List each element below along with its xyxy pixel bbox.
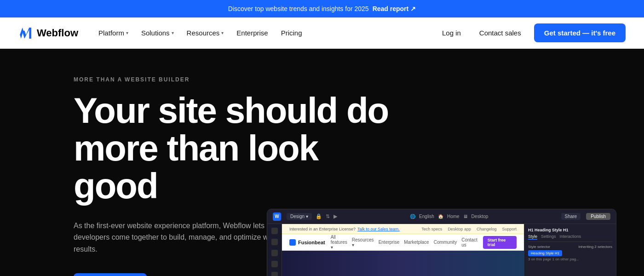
get-started-button[interactable]: Get started — it's free bbox=[534, 23, 626, 42]
play-icon: ▶ bbox=[334, 213, 337, 219]
chevron-down-icon: ▾ bbox=[126, 30, 128, 35]
inner-main: Interested in an Enterprise License? Tal… bbox=[282, 224, 524, 276]
inner-nav-community: Community bbox=[434, 240, 457, 245]
nav-item-pricing[interactable]: Pricing bbox=[276, 25, 308, 40]
sidebar-dot-3 bbox=[271, 250, 278, 256]
arrows-icon: ⇅ bbox=[326, 213, 330, 219]
hero-eyebrow: MORE THAN A WEBSITE BUILDER bbox=[74, 76, 570, 83]
inner-nav-marketplace: Marketplace bbox=[404, 240, 429, 245]
app-preview: W Design ▾ 🔒 ⇅ ▶ 🌐 English 🏠 Home 🖥 Desk… bbox=[267, 209, 616, 276]
inner-nav: Fusionbeat All features ▾ Resources ▾ En… bbox=[282, 234, 524, 251]
nav-item-resources[interactable]: Resources ▾ bbox=[181, 25, 230, 40]
navbar: Webflow Platform ▾ Solutions ▾ Resources… bbox=[0, 17, 644, 49]
sidebar-dot-1 bbox=[271, 228, 278, 234]
nav-item-solutions[interactable]: Solutions ▾ bbox=[136, 25, 179, 40]
banner-link[interactable]: Read report ↗ bbox=[373, 5, 416, 12]
inner-nav-links: All features ▾ Resources ▾ Enterprise Ma… bbox=[331, 235, 477, 250]
share-badge: Share bbox=[561, 213, 581, 220]
selector-label: Style selector bbox=[528, 245, 550, 249]
app-bar-controls: Design ▾ 🔒 ⇅ ▶ bbox=[287, 213, 337, 220]
inner-nav-all-features: All features ▾ bbox=[331, 235, 347, 250]
home-icon: 🏠 bbox=[438, 214, 443, 219]
inner-logo-icon bbox=[289, 239, 296, 246]
panel-tab-interactions[interactable]: Interactions bbox=[560, 234, 581, 240]
inner-cta-button[interactable]: Start free trial bbox=[483, 236, 517, 249]
inner-nav-enterprise: Enterprise bbox=[379, 240, 400, 245]
logo-link[interactable]: Webflow bbox=[18, 27, 78, 39]
login-button[interactable]: Log in bbox=[437, 25, 466, 40]
panel-tab-settings[interactable]: Settings bbox=[541, 234, 556, 240]
start-building-button[interactable]: Start building bbox=[74, 273, 147, 276]
lock-icon: 🔒 bbox=[316, 213, 322, 219]
panel-selector-row: Style selector Inheriting 2 selectors bbox=[528, 245, 612, 249]
selector-value: Inheriting 2 selectors bbox=[578, 245, 612, 249]
nav-item-enterprise[interactable]: Enterprise bbox=[231, 25, 273, 40]
inner-sidebar bbox=[267, 224, 282, 276]
nav-actions: Log in Contact sales Get started — it's … bbox=[437, 23, 626, 42]
hero-headline: Your site should do more than look good bbox=[74, 92, 396, 205]
webflow-logo-icon bbox=[18, 28, 33, 39]
inner-site: Interested in an Enterprise License? Tal… bbox=[267, 224, 616, 276]
inner-brand-logo: Fusionbeat bbox=[289, 239, 325, 246]
badge-subtext: 3 on this page 1 on other pag... bbox=[528, 257, 612, 261]
panel-tab-style[interactable]: Style bbox=[528, 234, 537, 240]
logo-text: Webflow bbox=[37, 27, 78, 39]
enterprise-notice: Interested in an Enterprise License? Tal… bbox=[282, 224, 524, 234]
globe-icon: 🌐 bbox=[410, 214, 415, 219]
inner-nav-resources: Resources ▾ bbox=[352, 237, 374, 247]
nav-item-platform[interactable]: Platform ▾ bbox=[93, 25, 134, 40]
enterprise-link[interactable]: Talk to our Sales team. bbox=[357, 227, 400, 231]
panel-heading: H1 Heading Style H1 bbox=[528, 228, 612, 232]
design-control: Design ▾ bbox=[287, 213, 312, 220]
banner-text: Discover top website trends and insights… bbox=[228, 5, 369, 12]
chevron-down-icon: ▾ bbox=[172, 30, 174, 35]
top-banner: Discover top website trends and insights… bbox=[0, 0, 644, 17]
nav-links: Platform ▾ Solutions ▾ Resources ▾ Enter… bbox=[93, 25, 437, 40]
inner-body: EVENT ↗ W Made in Webflow bbox=[282, 251, 524, 276]
style-panel: H1 Heading Style H1 Style Settings Inter… bbox=[524, 224, 616, 276]
enterprise-links: Tech specs Desktop app Changelog Support bbox=[421, 227, 517, 231]
sidebar-dot-4 bbox=[271, 261, 278, 267]
selector-badge-container: Heading Style H1 bbox=[528, 251, 612, 255]
panel-tabs: Style Settings Interactions bbox=[528, 234, 612, 242]
app-bar-logo: W bbox=[273, 213, 281, 221]
sidebar-dot-2 bbox=[271, 239, 278, 245]
app-bar-right: 🌐 English 🏠 Home 🖥 Desktop bbox=[410, 214, 488, 219]
chevron-down-icon: ▾ bbox=[221, 30, 224, 35]
publish-badge: Publish bbox=[586, 213, 610, 220]
hero-section: MORE THAN A WEBSITE BUILDER Your site sh… bbox=[0, 49, 644, 276]
monitor-icon: 🖥 bbox=[463, 214, 468, 219]
sidebar-dot-5 bbox=[271, 272, 278, 276]
inner-nav-contact: Contact us bbox=[461, 237, 477, 247]
heading-style-badge: Heading Style H1 bbox=[528, 250, 562, 256]
app-bar: W Design ▾ 🔒 ⇅ ▶ 🌐 English 🏠 Home 🖥 Desk… bbox=[267, 209, 616, 224]
contact-sales-button[interactable]: Contact sales bbox=[474, 25, 527, 40]
